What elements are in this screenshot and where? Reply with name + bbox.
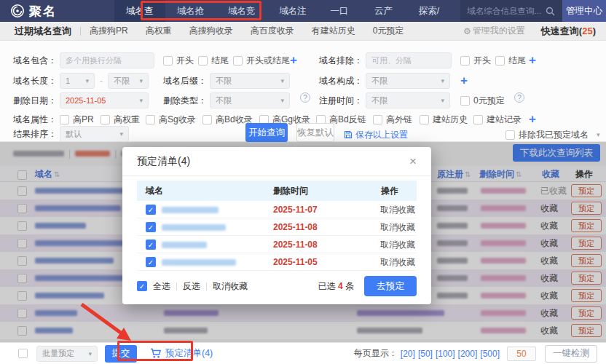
nav-item-domain-register[interactable]: 域名注册 xyxy=(267,0,318,22)
nav-item-domain-grab[interactable]: 域名抢注 xyxy=(165,0,216,22)
checked-checkbox[interactable]: ✓ xyxy=(146,222,156,232)
blurred-domain[interactable] xyxy=(35,258,114,264)
column-header-delete-time[interactable]: 删除时间⇅ xyxy=(479,166,522,182)
download-list-button[interactable]: 下载此次查询列表 xyxy=(513,144,600,162)
cancel-favorite-link[interactable]: 取消收藏 xyxy=(380,221,415,234)
blurred-domain[interactable] xyxy=(35,293,104,298)
blurred-domain[interactable] xyxy=(35,240,137,246)
checked-checkbox[interactable]: ✓ xyxy=(146,257,156,267)
contain-head-checkbox[interactable]: 开头 xyxy=(163,52,194,68)
cancel-favorite-link[interactable]: 取消收藏 xyxy=(380,204,415,216)
start-query-button[interactable]: 开始查询 xyxy=(245,123,288,142)
tab-high-baidu-index[interactable]: 高百度收录 xyxy=(251,25,294,37)
tab-high-sogou-pr[interactable]: 高搜狗PR xyxy=(90,25,128,37)
per-page-input[interactable]: 50 xyxy=(507,347,536,361)
checkbox-icon[interactable] xyxy=(233,56,243,66)
reserve-button[interactable]: 预定 xyxy=(571,237,602,250)
cancel-favorite-batch-link[interactable]: 取消收藏 xyxy=(213,280,248,293)
favorite-link[interactable]: 收藏 xyxy=(540,272,558,285)
plus-icon[interactable]: + xyxy=(290,52,297,68)
select-all-checkbox[interactable] xyxy=(17,170,27,180)
row-checkbox[interactable] xyxy=(17,221,27,231)
blurred-domain[interactable] xyxy=(35,205,121,211)
favorite-link[interactable]: 收藏 xyxy=(540,237,558,250)
reserve-button[interactable]: 预定 xyxy=(571,254,602,267)
blurred-domain[interactable] xyxy=(35,328,73,333)
row-checkbox[interactable] xyxy=(17,274,27,283)
close-icon[interactable]: × xyxy=(409,155,417,167)
reset-button[interactable]: 恢复默认 xyxy=(296,123,334,142)
per-page-option-200[interactable]: [200] xyxy=(458,349,478,359)
row-checkbox[interactable] xyxy=(17,326,27,336)
search-icon[interactable] xyxy=(546,7,555,16)
checkbox-icon[interactable] xyxy=(198,56,208,66)
question-icon[interactable]: ? xyxy=(300,92,310,103)
blurred-domain[interactable] xyxy=(35,310,77,316)
favorite-link[interactable]: 收藏 xyxy=(540,220,558,232)
batch-select-checkbox[interactable] xyxy=(18,349,28,358)
zero-yuan-checkbox[interactable]: 0元预定 xyxy=(460,92,505,108)
tab-site-history[interactable]: 有建站历史 xyxy=(312,25,355,37)
row-checkbox[interactable] xyxy=(17,204,27,213)
logo[interactable]: 聚名 xyxy=(0,3,114,20)
favorite-link[interactable]: 收藏 xyxy=(540,290,558,302)
column-header-orig-reg[interactable]: 原注册⇅ xyxy=(437,166,471,182)
manage-center-button[interactable]: 管理中心 xyxy=(562,0,606,22)
reserve-button[interactable]: 预定 xyxy=(571,289,602,302)
reserve-button[interactable]: 预定 xyxy=(571,272,602,285)
reserve-button[interactable]: 预定 xyxy=(571,324,602,337)
exclude-tail-checkbox[interactable]: 结尾 xyxy=(495,52,526,68)
column-header-domain[interactable]: 域名⇅ xyxy=(35,166,60,182)
per-page-option-20[interactable]: [20] xyxy=(401,349,415,359)
select-all-checked-checkbox[interactable]: ✓ xyxy=(137,281,147,291)
row-checkbox[interactable] xyxy=(17,186,27,196)
contain-input[interactable] xyxy=(60,52,154,68)
reserve-button[interactable]: 预定 xyxy=(571,184,602,197)
checkbox-icon[interactable] xyxy=(495,56,505,66)
column-header-favorite[interactable]: 收藏 xyxy=(542,166,559,182)
length-to-select[interactable]: 不限▾ xyxy=(108,73,149,89)
question-icon[interactable]: ? xyxy=(514,92,524,103)
select-all-link[interactable]: 全选 xyxy=(153,280,170,293)
checkbox-icon[interactable] xyxy=(163,56,173,66)
tab-high-sogou-index[interactable]: 高搜狗收录 xyxy=(189,25,233,37)
row-checkbox[interactable] xyxy=(17,256,27,266)
sort-select[interactable]: 默认▾ xyxy=(60,126,129,142)
save-settings-link[interactable]: 保存以上设置 xyxy=(344,127,408,143)
per-page-option-500[interactable]: [500] xyxy=(480,349,500,359)
batch-reserve-select[interactable]: 批量预定▾ xyxy=(36,346,98,362)
checked-checkbox[interactable]: ✓ xyxy=(146,240,156,250)
one-click-check-button[interactable]: 一键检测 xyxy=(545,345,597,363)
quick-query-link[interactable]: 快速查询(25) xyxy=(541,25,596,38)
favorite-link[interactable]: 收藏 xyxy=(540,202,558,215)
nav-item-explore[interactable]: 探索/发现 xyxy=(407,0,460,22)
nav-item-domain-bid[interactable]: 域名竞价 xyxy=(216,0,267,22)
checked-checkbox[interactable]: ✓ xyxy=(146,205,156,215)
row-checkbox[interactable] xyxy=(17,291,27,301)
row-checkbox[interactable] xyxy=(17,239,27,248)
plus-icon[interactable]: + xyxy=(460,73,468,89)
row-checkbox[interactable] xyxy=(17,309,27,318)
reserve-list-link[interactable]: 预定清单(4) xyxy=(150,347,213,360)
per-page-option-50[interactable]: [50] xyxy=(418,349,433,359)
reserve-button[interactable]: 预定 xyxy=(571,306,602,320)
length-from-select[interactable]: 1▾ xyxy=(60,73,95,89)
exclude-head-checkbox[interactable]: 开头 xyxy=(460,52,491,68)
tab-high-weight[interactable]: 高权重 xyxy=(146,25,172,37)
contain-headtail-checkbox[interactable]: 开头或结尾 xyxy=(233,52,290,68)
checkbox-icon[interactable] xyxy=(460,96,470,106)
nav-item-cloud[interactable]: 云产品 xyxy=(363,0,407,22)
invert-select-link[interactable]: 反选 xyxy=(183,280,200,293)
exclude-input[interactable] xyxy=(366,52,452,68)
suffix-select[interactable]: 不限▾ xyxy=(210,73,290,89)
go-reserve-button[interactable]: 去预定 xyxy=(364,276,417,296)
reserve-button[interactable]: 预定 xyxy=(571,219,602,232)
plus-icon[interactable]: + xyxy=(529,52,536,68)
cancel-favorite-link[interactable]: 取消收藏 xyxy=(380,256,415,269)
reserve-button[interactable]: 预定 xyxy=(571,202,602,215)
reg-time-select[interactable]: 不限▾ xyxy=(366,92,450,108)
tab-zero-yuan[interactable]: 0元预定 xyxy=(373,25,404,37)
contain-tail-checkbox[interactable]: 结尾 xyxy=(198,52,229,68)
checkbox-icon[interactable] xyxy=(505,130,515,140)
delete-date-select[interactable]: 2025-11-05▾ xyxy=(60,92,149,108)
